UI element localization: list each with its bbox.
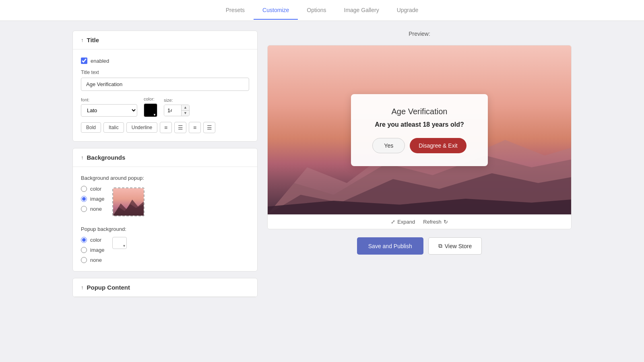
font-select[interactable]: Lato Arial Georgia xyxy=(81,104,137,117)
popup-content-label: Popup Content xyxy=(87,284,130,291)
enabled-checkbox[interactable] xyxy=(81,58,87,64)
bg-color-row: color xyxy=(81,186,104,192)
preview-actions-bar: ⤢ Expand Refresh ↻ xyxy=(268,214,571,229)
bg-radio-group: color image none xyxy=(81,186,104,212)
popup-bg-color-row: color xyxy=(81,237,104,243)
popup-bg-radio-group: color image none xyxy=(81,237,104,263)
tab-options[interactable]: Options xyxy=(298,1,335,20)
popup-bg-section: Popup background: color image xyxy=(81,226,249,263)
popup-subtitle: Are you atleast 18 years old? xyxy=(367,121,472,128)
bg-options-row: color image none xyxy=(81,186,249,216)
title-section-label: Title xyxy=(87,37,99,43)
backgrounds-section-label: Backgrounds xyxy=(87,154,126,161)
popup-bg-image-radio[interactable] xyxy=(81,247,87,253)
font-group: font: Lato Arial Georgia xyxy=(81,97,137,117)
backgrounds-section-header: ↑ Backgrounds xyxy=(73,148,257,167)
tab-upgrade[interactable]: Upgrade xyxy=(388,1,427,20)
bg-color-radio[interactable] xyxy=(81,186,87,192)
size-input[interactable] xyxy=(164,105,181,116)
enabled-row: enabled xyxy=(81,58,249,64)
italic-button[interactable]: Italic xyxy=(103,122,124,133)
align-justify-btn[interactable]: ☰ xyxy=(203,122,215,133)
view-store-label: View Store xyxy=(445,243,472,249)
tab-image-gallery[interactable]: Image Gallery xyxy=(335,1,388,20)
spinner-controls: ▲ ▼ xyxy=(181,105,189,116)
thumbnail-mountain-svg xyxy=(113,188,144,216)
title-text-input[interactable] xyxy=(81,78,249,91)
popup-bg-label: Popup background: xyxy=(81,226,249,232)
size-label: size: xyxy=(164,98,190,103)
age-verification-popup: Age Verification Are you atleast 18 year… xyxy=(351,94,488,166)
font-row: font: Lato Arial Georgia color: size: xyxy=(81,97,249,117)
color-picker[interactable] xyxy=(144,103,157,117)
external-link-icon: ⧉ xyxy=(438,243,442,249)
backgrounds-section-body: Background around popup: color image xyxy=(73,167,257,271)
spinner-down-btn[interactable]: ▼ xyxy=(181,111,189,116)
popup-bg-color-picker[interactable] xyxy=(112,237,127,249)
bg-image-row: image xyxy=(81,196,104,202)
bottom-actions: Save and Publish ⧉ View Store xyxy=(267,237,572,255)
tab-presets[interactable]: Presets xyxy=(217,1,254,20)
popup-title: Age Verification xyxy=(367,107,472,116)
popup-content-section: ↑ Popup Content xyxy=(72,278,258,297)
bg-color-label: color xyxy=(90,186,101,192)
bg-around-popup-label: Background around popup: xyxy=(81,175,249,181)
align-center-btn[interactable]: ☰ xyxy=(174,122,186,133)
color-group: color: xyxy=(144,97,157,117)
popup-bg-none-label: none xyxy=(90,257,102,263)
preview-label: Preview: xyxy=(267,31,572,37)
expand-link[interactable]: ⤢ Expand xyxy=(391,219,415,225)
popup-bg-color-radio[interactable] xyxy=(81,237,87,243)
view-store-button[interactable]: ⧉ View Store xyxy=(428,237,482,255)
size-spinner: ▲ ▼ xyxy=(164,105,190,116)
popup-bg-none-row: none xyxy=(81,257,104,263)
bg-image-label: image xyxy=(90,196,104,202)
backgrounds-section: ↑ Backgrounds Background around popup: c… xyxy=(72,148,258,272)
main-layout: ↑ Title enabled Title text font: Lato Ar… xyxy=(40,21,604,307)
popup-bg-image-row: image xyxy=(81,247,104,253)
expand-label: Expand xyxy=(397,219,415,225)
bg-none-label: none xyxy=(90,206,102,212)
bg-image-radio[interactable] xyxy=(81,196,87,202)
enabled-label: enabled xyxy=(91,58,109,64)
underline-button[interactable]: Underline xyxy=(126,122,157,133)
popup-content-collapse-icon[interactable]: ↑ xyxy=(81,284,84,290)
expand-icon: ⤢ xyxy=(391,219,395,225)
bg-none-row: none xyxy=(81,206,104,212)
right-panel: Preview: Age Verification Are you xyxy=(267,31,572,297)
color-label: color: xyxy=(144,97,157,101)
refresh-label: Refresh xyxy=(423,219,442,225)
preview-container: Age Verification Are you atleast 18 year… xyxy=(267,45,572,229)
title-collapse-icon[interactable]: ↑ xyxy=(81,37,84,43)
yes-button[interactable]: Yes xyxy=(372,138,405,153)
backgrounds-collapse-icon[interactable]: ↑ xyxy=(81,154,84,160)
title-text-label: Title text xyxy=(81,70,249,75)
format-row: Bold Italic Underline ≡ ☰ ≡ ☰ xyxy=(81,122,249,133)
popup-bg-color-label: color xyxy=(90,237,101,243)
preview-image: Age Verification Are you atleast 18 year… xyxy=(268,45,571,214)
popup-bg-options-row: color image none xyxy=(81,237,249,263)
refresh-icon: ↻ xyxy=(444,219,448,225)
tab-customize[interactable]: Customize xyxy=(254,1,298,20)
align-left-btn[interactable]: ≡ xyxy=(160,122,172,133)
top-navigation: Presets Customize Options Image Gallery … xyxy=(0,0,644,21)
popup-bg-image-label: image xyxy=(90,247,104,253)
refresh-link[interactable]: Refresh ↻ xyxy=(423,219,448,225)
popup-buttons: Yes Disagree & Exit xyxy=(367,138,472,153)
save-publish-button[interactable]: Save and Publish xyxy=(357,237,423,255)
popup-bg-none-radio[interactable] xyxy=(81,257,87,263)
font-label: font: xyxy=(81,97,137,102)
bg-image-preview xyxy=(113,188,144,216)
title-section: ↑ Title enabled Title text font: Lato Ar… xyxy=(72,31,258,142)
bg-none-radio[interactable] xyxy=(81,206,87,212)
popup-content-header: ↑ Popup Content xyxy=(73,278,257,297)
bg-image-thumbnail[interactable] xyxy=(112,187,144,216)
spinner-up-btn[interactable]: ▲ xyxy=(181,105,189,111)
size-group: size: ▲ ▼ xyxy=(164,98,190,116)
align-right-btn[interactable]: ≡ xyxy=(189,122,201,133)
left-panel: ↑ Title enabled Title text font: Lato Ar… xyxy=(72,31,258,297)
title-section-body: enabled Title text font: Lato Arial Geor… xyxy=(73,49,257,141)
disagree-exit-button[interactable]: Disagree & Exit xyxy=(410,138,466,153)
title-section-header: ↑ Title xyxy=(73,31,257,49)
bold-button[interactable]: Bold xyxy=(81,122,101,133)
